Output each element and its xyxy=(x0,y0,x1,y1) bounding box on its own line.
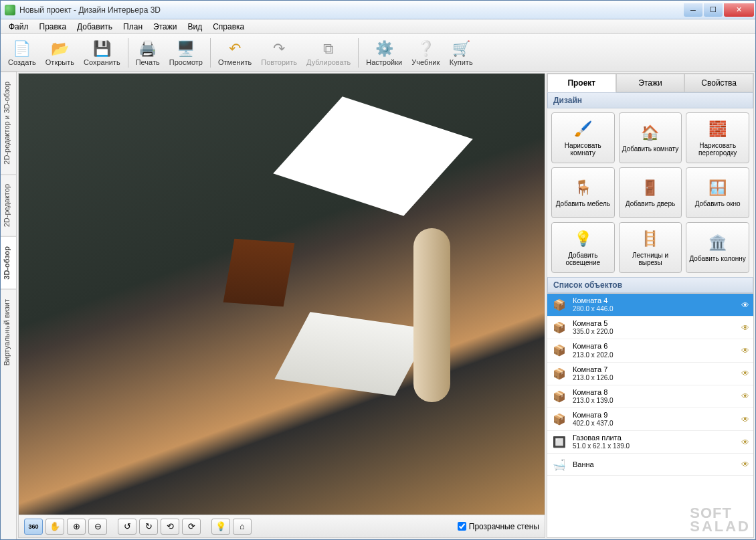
objects-section-header: Список объектов xyxy=(547,277,753,293)
tab-3d-view[interactable]: 3D-обзор xyxy=(1,236,16,289)
visibility-toggle-icon[interactable]: 👁 xyxy=(741,323,749,333)
add-window-icon: 🪟 xyxy=(708,177,728,197)
maximize-button[interactable]: ☐ xyxy=(704,3,723,17)
visibility-toggle-icon[interactable]: 👁 xyxy=(741,438,749,447)
stairs-cutouts-button[interactable]: 🪜Лестницы и вырезы xyxy=(619,222,682,273)
undo-button[interactable]: ↶Отменить xyxy=(213,37,256,68)
add-door-button[interactable]: 🚪Добавить дверь xyxy=(619,167,682,218)
tab-virtual-visit[interactable]: Виртуальный визит xyxy=(1,289,16,375)
object-item[interactable]: 📦Комната 7213.0 x 126.0👁 xyxy=(547,363,753,385)
add-column-icon: 🏛️ xyxy=(708,232,728,252)
design-section-header: Дизайн xyxy=(547,92,753,108)
menubar: Файл Правка Добавить План Этажи Вид Спра… xyxy=(1,19,755,34)
draw-room-button[interactable]: 🖌️Нарисовать комнату xyxy=(551,112,615,163)
add-room-icon: 🏠 xyxy=(640,122,660,143)
help-icon: ❔ xyxy=(416,39,435,58)
object-item[interactable]: 🛁Ванна👁 xyxy=(547,454,753,476)
tab-2d3d-combined[interactable]: 2D-редактор и 3D-обзор xyxy=(1,72,16,174)
preview-button[interactable]: 🖥️Просмотр xyxy=(165,37,207,68)
tab-2d-editor[interactable]: 2D-редактор xyxy=(1,174,16,236)
tab-properties[interactable]: Свойства xyxy=(684,74,753,92)
add-furniture-icon: 🪑 xyxy=(573,177,593,197)
menu-help[interactable]: Справка xyxy=(207,21,250,33)
visibility-toggle-icon[interactable]: 👁 xyxy=(741,415,749,424)
object-icon: 📦 xyxy=(551,320,567,336)
menu-plan[interactable]: План xyxy=(118,21,148,33)
open-button[interactable]: 📂Открыть xyxy=(41,37,79,68)
tutorial-button[interactable]: ❔Учебник xyxy=(407,37,444,68)
tilt-down-button[interactable]: ⟳ xyxy=(182,519,201,535)
object-list[interactable]: 📦Комната 4280.0 x 446.0👁📦Комната 5335.0 … xyxy=(547,293,753,537)
minimize-button[interactable]: ─ xyxy=(684,3,702,17)
visibility-toggle-icon[interactable]: 👁 xyxy=(741,460,749,469)
right-panel: Проект Этажи Свойства Дизайн 🖌️Нарисоват… xyxy=(547,73,754,538)
menu-file[interactable]: Файл xyxy=(3,21,34,33)
object-icon: 📦 xyxy=(551,343,567,359)
pan-button[interactable]: ✋ xyxy=(45,519,64,535)
add-window-button[interactable]: 🪟Добавить окно xyxy=(686,167,749,218)
add-lighting-button[interactable]: 💡Добавить освещение xyxy=(551,222,615,273)
zoom-out-icon: ⊖ xyxy=(94,521,102,531)
redo-button[interactable]: ↷Повторить xyxy=(256,37,302,68)
right-tabs: Проект Этажи Свойства xyxy=(547,74,753,92)
monitor-icon: 🖥️ xyxy=(177,39,195,58)
duplicate-button[interactable]: ⧉Дублировать xyxy=(302,37,355,68)
close-button[interactable]: ✕ xyxy=(724,3,754,17)
add-room-button[interactable]: 🏠Добавить комнату xyxy=(619,112,682,163)
3d-viewport[interactable] xyxy=(19,74,545,515)
save-icon: 💾 xyxy=(92,39,111,58)
add-furniture-button[interactable]: 🪑Добавить мебель xyxy=(551,167,615,218)
rotate-left-button[interactable]: ↺ xyxy=(118,519,136,535)
object-item[interactable]: 📦Комната 9402.0 x 437.0👁 xyxy=(547,408,753,431)
zoom-out-button[interactable]: ⊖ xyxy=(88,519,107,535)
app-window: Новый проект - Дизайн Интерьера 3D ─ ☐ ✕… xyxy=(0,0,756,540)
settings-button[interactable]: ⚙️Настройки xyxy=(361,37,407,68)
printer-icon: 🖨️ xyxy=(138,39,157,58)
menu-add[interactable]: Добавить xyxy=(72,21,118,33)
menu-edit[interactable]: Правка xyxy=(34,21,72,33)
folder-open-icon: 📂 xyxy=(50,39,69,58)
transparent-walls-checkbox[interactable] xyxy=(458,522,466,531)
tab-project[interactable]: Проект xyxy=(547,74,616,92)
object-icon: 📦 xyxy=(551,297,567,313)
toolbar: 📄Создать 📂Открыть 💾Сохранить 🖨️Печать 🖥️… xyxy=(1,34,755,72)
object-icon: 📦 xyxy=(551,365,567,381)
tab-floors[interactable]: Этажи xyxy=(616,74,685,92)
object-item[interactable]: 📦Комната 4280.0 x 446.0👁 xyxy=(547,294,753,317)
buy-button[interactable]: 🛒Купить xyxy=(444,37,478,68)
draw-room-icon: 🖌️ xyxy=(573,119,593,139)
menu-floors[interactable]: Этажи xyxy=(148,21,182,33)
menu-view[interactable]: Вид xyxy=(182,21,207,33)
visibility-toggle-icon[interactable]: 👁 xyxy=(741,369,749,378)
transparent-walls-toggle[interactable]: Прозрачные стены xyxy=(458,522,539,531)
zoom-in-icon: ⊕ xyxy=(73,521,80,531)
create-button[interactable]: 📄Создать xyxy=(3,37,41,68)
object-item[interactable]: 📦Комната 6213.0 x 202.0👁 xyxy=(547,339,753,362)
object-item[interactable]: 📦Комната 8213.0 x 139.0👁 xyxy=(547,385,753,408)
visibility-toggle-icon[interactable]: 👁 xyxy=(741,391,749,401)
draw-partition-button[interactable]: 🧱Нарисовать перегородку xyxy=(686,112,749,163)
duplicate-icon: ⧉ xyxy=(319,39,338,58)
rotate-right-button[interactable]: ↻ xyxy=(139,519,158,535)
visibility-toggle-icon[interactable]: 👁 xyxy=(741,300,749,310)
print-button[interactable]: 🖨️Печать xyxy=(131,37,165,68)
object-icon: 📦 xyxy=(551,412,567,428)
rotate360-button[interactable]: 360 xyxy=(24,519,43,535)
object-item[interactable]: 📦Комната 5335.0 x 220.0👁 xyxy=(547,317,753,339)
add-column-button[interactable]: 🏛️Добавить колонну xyxy=(686,222,749,273)
object-icon: 🔲 xyxy=(551,434,567,450)
visibility-toggle-icon[interactable]: 👁 xyxy=(741,346,749,355)
titlebar: Новый проект - Дизайн Интерьера 3D ─ ☐ ✕ xyxy=(1,1,755,19)
home-button[interactable]: ⌂ xyxy=(233,519,252,535)
object-icon: 📦 xyxy=(551,388,567,404)
viewport-toolbar: 360 ✋ ⊕ ⊖ ↺ ↻ ⟲ ⟳ 💡 ⌂ Прозрачные стены xyxy=(19,515,545,537)
lighting-button[interactable]: 💡 xyxy=(211,519,230,535)
object-item[interactable]: 🔲Газовая плита51.0 x 62.1 x 139.0👁 xyxy=(547,431,753,454)
main-area: 2D-редактор и 3D-обзор 2D-редактор 3D-об… xyxy=(1,72,755,539)
viewport-container: 360 ✋ ⊕ ⊖ ↺ ↻ ⟲ ⟳ 💡 ⌂ Прозрачные стены xyxy=(18,73,545,538)
tilt-up-button[interactable]: ⟲ xyxy=(161,519,179,535)
zoom-in-button[interactable]: ⊕ xyxy=(67,519,86,535)
cart-icon: 🛒 xyxy=(452,39,470,58)
save-button[interactable]: 💾Сохранить xyxy=(79,37,125,68)
object-icon: 🛁 xyxy=(551,456,567,472)
